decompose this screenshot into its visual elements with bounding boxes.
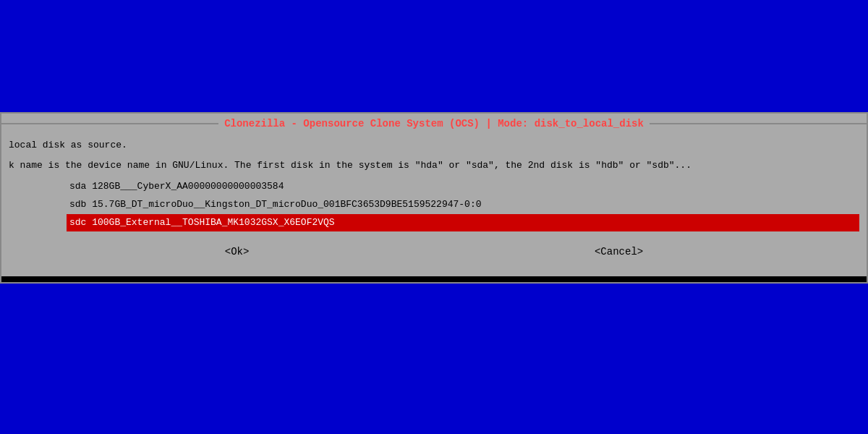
terminal-window: Clonezilla - Opensource Clone System (OC… (0, 112, 868, 284)
content-area: local disk as source. k name is the devi… (1, 134, 867, 273)
buttons-row: <Ok> <Cancel> (9, 243, 859, 260)
info-line-1: local disk as source. (9, 138, 859, 153)
ok-button[interactable]: <Ok> (216, 243, 258, 260)
title-bar: Clonezilla - Opensource Clone System (OC… (1, 114, 867, 134)
cancel-button[interactable]: <Cancel> (586, 243, 652, 260)
disk-list: sda 128GB___CyberX_AA00000000000003584 s… (67, 178, 859, 231)
window-title: Clonezilla - Opensource Clone System (OC… (218, 116, 650, 131)
title-bar-left-line (1, 123, 218, 124)
disk-item-sdb[interactable]: sdb 15.7GB_DT_microDuo__Kingston_DT_micr… (67, 196, 859, 214)
disk-item-sda[interactable]: sda 128GB___CyberX_AA00000000000003584 (67, 178, 859, 196)
info-line-2: k name is the device name in GNU/Linux. … (9, 158, 859, 173)
title-bar-right-line (650, 123, 867, 124)
disk-item-sdc[interactable]: sdc 100GB_External__TOSHIBA_MK1032GSX_X6… (67, 214, 859, 232)
bottom-bar (1, 276, 867, 282)
